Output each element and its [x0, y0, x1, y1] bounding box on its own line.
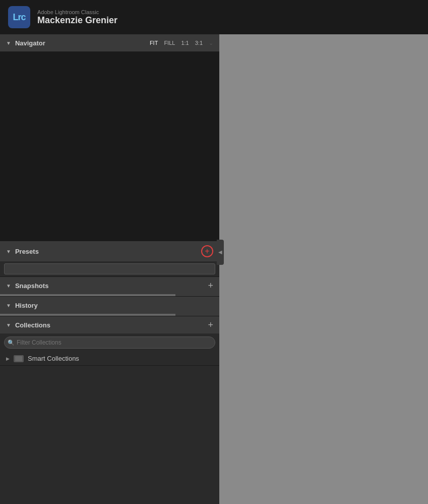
history-section: ▼ History	[0, 297, 219, 316]
filter-input-wrap: 🔍	[4, 337, 215, 349]
collections-title: Collections	[15, 321, 50, 329]
snapshots-triangle: ▼	[6, 283, 11, 289]
navigator-header-left: ▼ Navigator	[6, 39, 45, 47]
presets-header-left: ▼ Presets	[6, 248, 39, 255]
title-text: Adobe Lightroom Classic Mackenzie Grenie…	[37, 9, 117, 26]
right-area	[219, 34, 428, 504]
app-logo: Lrc	[8, 6, 30, 28]
nav-3-1-btn[interactable]: 3:1	[195, 40, 203, 46]
nav-divider: ⌄	[209, 40, 213, 46]
collections-header-left: ▼ Collections	[6, 321, 50, 329]
snapshots-title: Snapshots	[15, 282, 48, 290]
app-name: Adobe Lightroom Classic	[37, 9, 117, 15]
left-panel: ▼ Navigator FIT FILL 1:1 3:1 ⌄ ▼ Presets	[0, 34, 219, 504]
presets-add-button[interactable]: +	[201, 245, 213, 257]
smart-collections-icon	[14, 355, 24, 362]
smart-collections-label: Smart Collections	[28, 355, 79, 362]
navigator-header[interactable]: ▼ Navigator FIT FILL 1:1 3:1 ⌄	[0, 34, 219, 51]
user-name: Mackenzie Grenier	[37, 15, 117, 26]
smart-collections-arrow: ▶	[6, 356, 10, 361]
collections-section: ▼ Collections + 🔍 ▶ Smart Collections	[0, 316, 219, 366]
navigator-title: Navigator	[15, 39, 45, 47]
history-header-left: ▼ History	[6, 302, 38, 309]
nav-fill-btn[interactable]: FILL	[164, 40, 175, 46]
presets-section: ▼ Presets +	[0, 241, 219, 277]
filter-search-icon: 🔍	[8, 340, 15, 346]
collections-header[interactable]: ▼ Collections +	[0, 316, 219, 333]
history-title: History	[15, 302, 38, 309]
history-triangle: ▼	[6, 303, 11, 308]
titlebar: Lrc Adobe Lightroom Classic Mackenzie Gr…	[0, 0, 428, 34]
navigator-controls: FIT FILL 1:1 3:1 ⌄	[150, 40, 213, 46]
navigator-section: ▼ Navigator FIT FILL 1:1 3:1 ⌄	[0, 34, 219, 241]
snapshots-scroll	[0, 294, 219, 296]
collections-triangle: ▼	[6, 322, 11, 328]
filter-collections-area: 🔍	[0, 333, 219, 352]
presets-add-icon: +	[205, 247, 209, 255]
nav-1-1-btn[interactable]: 1:1	[181, 40, 189, 46]
main-area: ▼ Navigator FIT FILL 1:1 3:1 ⌄ ▼ Presets	[0, 34, 428, 504]
navigator-triangle: ▼	[6, 40, 11, 46]
snapshots-header[interactable]: ▼ Snapshots +	[0, 277, 219, 294]
navigator-preview	[0, 51, 219, 241]
history-scroll	[0, 314, 219, 316]
snapshots-header-left: ▼ Snapshots	[6, 282, 48, 290]
presets-search-input[interactable]	[4, 263, 215, 274]
collections-add-button[interactable]: +	[208, 320, 213, 329]
nav-fit-btn[interactable]: FIT	[150, 40, 158, 46]
collapse-icon: ◀	[218, 249, 222, 255]
left-panel-collapse-tab[interactable]: ◀	[217, 240, 224, 265]
snapshots-add-button[interactable]: +	[208, 281, 213, 290]
smart-collections-row[interactable]: ▶ Smart Collections	[0, 352, 219, 365]
snapshots-section: ▼ Snapshots +	[0, 277, 219, 297]
presets-header[interactable]: ▼ Presets +	[0, 241, 219, 261]
presets-triangle: ▼	[6, 249, 11, 254]
filter-collections-input[interactable]	[4, 337, 215, 349]
presets-title: Presets	[15, 248, 39, 255]
history-header[interactable]: ▼ History	[0, 297, 219, 314]
history-scroll-thumb	[0, 314, 175, 316]
logo-text: Lrc	[13, 12, 25, 23]
presets-search-area	[0, 261, 219, 276]
snapshots-scroll-thumb	[0, 294, 175, 296]
